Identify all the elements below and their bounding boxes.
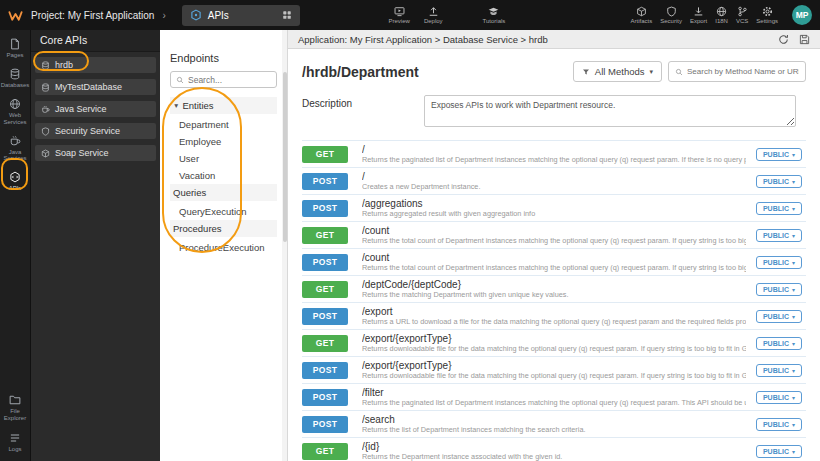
endpoints-search-input[interactable]: [188, 75, 271, 85]
sidebar-item-web-services[interactable]: Web Services: [0, 98, 30, 126]
topbar-center-actions: Preview Deploy Tutorials: [389, 6, 506, 24]
export-icon: [693, 6, 704, 17]
endpoint-description: Returns the total count of Department in…: [362, 236, 746, 245]
caret-down-icon: ▾: [792, 232, 795, 239]
api-endpoint-row[interactable]: GET/export/{exportType}Returns downloada…: [302, 330, 806, 357]
api-endpoint-row[interactable]: GET/{id}Returns the Department instance …: [302, 438, 806, 461]
deploy-button[interactable]: Deploy: [424, 6, 443, 24]
description-label: Description: [302, 95, 424, 127]
preview-icon: [394, 6, 405, 17]
sidebar-item-file-explorer[interactable]: File Explorer: [0, 394, 30, 422]
method-search-input[interactable]: [687, 67, 799, 76]
sidebar-item-databases[interactable]: Databases: [0, 68, 30, 89]
endpoint-group-entities[interactable]: ▼Entities: [170, 97, 277, 114]
api-endpoint-row[interactable]: POST/aggregationsReturns aggregated resu…: [302, 195, 806, 222]
api-endpoint-row[interactable]: POST/countReturns the total count of Dep…: [302, 249, 806, 276]
api-endpoint-row[interactable]: POST/exportReturns a URL to download a f…: [302, 303, 806, 330]
preview-button[interactable]: Preview: [389, 6, 410, 24]
breadcrumb: Application: My First Application > Data…: [298, 34, 548, 45]
endpoint-item-vacation[interactable]: Vacation: [170, 167, 277, 184]
sidebar-item-apis[interactable]: APIs: [0, 171, 30, 192]
endpoint-text: /deptCode/{deptCode}Returns the matching…: [362, 279, 746, 300]
i18n-button[interactable]: I18N: [715, 6, 728, 24]
access-level-button[interactable]: PUBLIC▾: [756, 202, 802, 215]
security-button[interactable]: Security: [660, 6, 682, 24]
access-level-button[interactable]: PUBLIC▾: [756, 418, 802, 431]
funnel-icon: [582, 68, 590, 76]
web-services-icon: [9, 98, 21, 110]
chevron-right-icon[interactable]: ›: [162, 10, 165, 21]
deploy-icon: [428, 6, 439, 17]
api-endpoint-row[interactable]: GET/deptCode/{deptCode}Returns the match…: [302, 276, 806, 303]
access-level-button[interactable]: PUBLIC▾: [756, 229, 802, 242]
access-level-button[interactable]: PUBLIC▾: [756, 445, 802, 458]
access-level-button[interactable]: PUBLIC▾: [756, 310, 802, 323]
access-level-button[interactable]: PUBLIC▾: [756, 364, 802, 377]
access-level-button[interactable]: PUBLIC▾: [756, 148, 802, 161]
vcs-button[interactable]: VCS: [736, 6, 748, 24]
core-api-item-soap-service[interactable]: Soap Service: [35, 145, 156, 161]
export-button[interactable]: Export: [690, 6, 707, 24]
access-level-button[interactable]: PUBLIC▾: [756, 175, 802, 188]
endpoint-item-queryexecution[interactable]: QueryExecution: [170, 203, 277, 220]
sidebar-item-java-services[interactable]: Java Services: [0, 135, 30, 163]
sidebar-item-pages[interactable]: Pages: [0, 38, 30, 59]
access-level-button[interactable]: PUBLIC▾: [756, 391, 802, 404]
core-api-item-mytestdatabase[interactable]: MyTestDatabase: [35, 79, 156, 95]
endpoints-scrollbar-thumb[interactable]: [283, 72, 287, 242]
core-api-item-security-service[interactable]: Security Service: [35, 123, 156, 139]
shield-icon: [666, 6, 677, 17]
api-detail-content: /hrdb/Department All Methods ▾: [288, 49, 820, 461]
endpoint-text: /aggregationsReturns aggregated result w…: [362, 198, 746, 219]
left-rail: Pages Databases Web Services Java Servic…: [0, 30, 30, 461]
tree-node-label: QueryExecution: [179, 206, 247, 217]
endpoints-tree: ▼EntitiesDepartmentEmployeeUserVacationQ…: [170, 97, 277, 256]
endpoint-item-user[interactable]: User: [170, 150, 277, 167]
endpoint-group-procedures[interactable]: Procedures: [170, 220, 277, 237]
caret-down-icon: ▾: [792, 286, 795, 293]
access-level-button[interactable]: PUBLIC▾: [756, 256, 802, 269]
access-level-button[interactable]: PUBLIC▾: [756, 283, 802, 296]
workspace-tab-label: APIs: [208, 10, 229, 21]
access-level-button[interactable]: PUBLIC▾: [756, 337, 802, 350]
project-title[interactable]: Project: My First Application: [31, 10, 154, 21]
endpoint-item-employee[interactable]: Employee: [170, 133, 277, 150]
topbar-right-actions: Artifacts Security Export I18N VCS Setti…: [631, 6, 778, 24]
settings-button[interactable]: Settings: [756, 6, 778, 24]
endpoint-item-procedureexecution[interactable]: ProcedureExecution: [170, 239, 277, 256]
sidebar-item-logs[interactable]: Logs: [0, 432, 30, 453]
method-badge: POST: [302, 173, 348, 190]
workspace-tab-apis[interactable]: APIs: [182, 5, 300, 26]
endpoint-item-department[interactable]: Department: [170, 116, 277, 133]
methods-filter-dropdown[interactable]: All Methods ▾: [573, 61, 662, 82]
wavemaker-logo-icon[interactable]: [8, 8, 23, 23]
refresh-icon[interactable]: [778, 34, 789, 45]
api-endpoint-row[interactable]: POST/export/{exportType}Returns download…: [302, 357, 806, 384]
method-badge: POST: [302, 308, 348, 325]
java-services-icon: [9, 135, 21, 147]
core-api-item-hrdb[interactable]: hrdb: [35, 57, 156, 73]
user-avatar[interactable]: MP: [792, 5, 812, 25]
core-api-item-java-service[interactable]: Java Service: [35, 101, 156, 117]
caret-down-icon: ▾: [792, 259, 795, 266]
grid-icon[interactable]: [282, 10, 292, 20]
api-endpoint-list: GET/Returns the paginated list of Depart…: [302, 140, 806, 461]
page-title: /hrdb/Department: [302, 64, 419, 80]
save-icon[interactable]: [799, 34, 810, 45]
api-endpoint-row[interactable]: POST/filterReturns the paginated list of…: [302, 384, 806, 411]
shield-icon: [41, 127, 50, 136]
core-apis-title: Core APIs: [31, 30, 160, 52]
endpoint-path: /: [362, 144, 746, 156]
endpoint-path: /count: [362, 252, 746, 264]
api-endpoint-row[interactable]: GET/countReturns the total count of Depa…: [302, 222, 806, 249]
api-endpoint-row[interactable]: GET/Returns the paginated list of Depart…: [302, 141, 806, 168]
api-endpoint-row[interactable]: POST/searchReturns the list of Departmen…: [302, 411, 806, 438]
endpoint-path: /{id}: [362, 441, 746, 453]
endpoint-text: /export/{exportType}Returns downloadable…: [362, 360, 746, 381]
api-endpoint-row[interactable]: POST/Creates a new Department instance.P…: [302, 168, 806, 195]
endpoint-description: Returns the list of Department instances…: [362, 425, 746, 434]
artifacts-button[interactable]: Artifacts: [631, 6, 653, 24]
description-textarea[interactable]: Exposes APIs to work with Department res…: [424, 95, 796, 127]
endpoint-group-queries[interactable]: Queries: [170, 184, 277, 201]
tutorials-button[interactable]: Tutorials: [483, 6, 506, 24]
